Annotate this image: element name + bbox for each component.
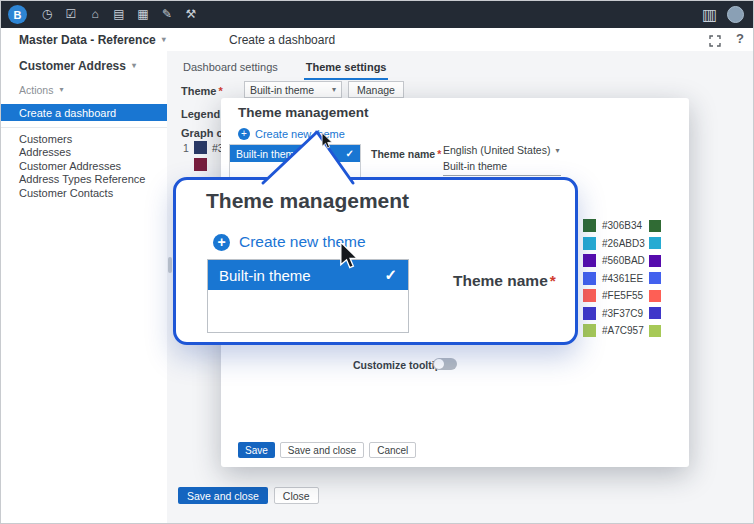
chevron-down-icon: ▾ (59, 85, 63, 94)
app-window: B ◷ ☑ ⌂ ▤ ▦ ✎ ⚒ ▥ Master Data - Referenc… (0, 0, 754, 524)
app-logo-icon[interactable]: B (8, 5, 27, 24)
required-mark: * (550, 272, 556, 289)
chevron-down-icon: ▾ (555, 146, 559, 155)
color-swatch-secondary (649, 255, 661, 267)
color-swatch-secondary (649, 272, 661, 284)
color-swatch-secondary (649, 325, 661, 337)
color-hex-value: #560BAD (602, 255, 646, 266)
color-swatch[interactable] (194, 158, 207, 171)
mouse-cursor-icon (321, 132, 333, 150)
sidebar-item-addresses[interactable]: Addresses (1, 146, 167, 160)
tab-theme-settings[interactable]: Theme settings (304, 57, 389, 80)
theme-item-label: Built-in theme (219, 267, 384, 284)
color-swatch-secondary (649, 237, 661, 249)
callout-tail (241, 119, 371, 189)
palette-row[interactable]: #560BAD (583, 254, 661, 267)
color-swatch (583, 237, 596, 250)
cancel-button[interactable]: Cancel (369, 442, 416, 458)
sidebar-section-header[interactable]: Customer Address▾ (1, 51, 167, 73)
color-hex-value: #4361EE (602, 273, 646, 284)
required-mark: * (437, 148, 441, 160)
color-swatch (583, 219, 596, 232)
language-select[interactable]: English (United States) ▾ (443, 144, 559, 156)
save-and-close-button[interactable]: Save and close (280, 442, 364, 458)
palette-row[interactable]: #FE5F55 (583, 289, 661, 302)
customize-tooltip-label: Customize tooltip (353, 359, 441, 371)
color-hex-value: #3F37C9 (602, 308, 646, 319)
tools-icon[interactable]: ⚒ (184, 1, 198, 28)
topbar-right-group: ▥ (702, 5, 744, 24)
callout-theme-name-label: Theme name* (453, 272, 556, 290)
sidebar: Customer Address▾ Actions▾ Create a dash… (1, 51, 168, 523)
theme-name-label: Theme name* (371, 148, 441, 160)
sidebar-item-customers[interactable]: Customers (1, 132, 167, 146)
sidebar-actions-label: Actions (19, 84, 53, 96)
tab-dashboard-settings[interactable]: Dashboard settings (181, 57, 280, 80)
color-swatch (583, 307, 596, 320)
legend-position-label: Legend positi (181, 108, 221, 120)
app-logo-letter: B (14, 9, 22, 21)
page-footer: Save and close Close (178, 487, 319, 504)
sidebar-actions-menu[interactable]: Actions▾ (1, 73, 167, 102)
theme-select-value: Built-in theme (250, 84, 314, 96)
header: Master Data - Reference▾ Create a dashbo… (1, 28, 753, 52)
sidebar-item-customer-contacts[interactable]: Customer Contacts (1, 186, 167, 200)
topbar-icon-group: ◷ ☑ ⌂ ▤ ▦ ✎ ⚒ (40, 1, 198, 28)
color-swatch-secondary (649, 307, 661, 319)
edit-icon[interactable]: ✎ (160, 1, 174, 28)
panels-icon[interactable]: ▥ (702, 5, 716, 24)
required-mark: * (218, 85, 222, 97)
color-hex-value: #26ABD3 (602, 238, 646, 249)
color-swatch-secondary (649, 290, 661, 302)
color-hex-value: #A7C957 (602, 325, 646, 336)
palette-list: #306B34 #26ABD3 #560BAD #4361EE #FE5F55 (583, 219, 661, 337)
sidebar-divider (1, 127, 167, 128)
color-swatch (583, 324, 596, 337)
color-hex-value: #306B34 (602, 220, 646, 231)
palette-row[interactable]: #3F37C9 (583, 307, 661, 320)
approvals-icon[interactable]: ☑ (64, 1, 78, 28)
user-avatar[interactable] (727, 6, 744, 23)
theme-name-input[interactable]: Built-in theme (443, 160, 561, 176)
close-button[interactable]: Close (274, 487, 319, 504)
zoom-callout: Theme management + Create new theme Buil… (173, 177, 578, 345)
fullscreen-icon[interactable] (709, 33, 721, 51)
color-swatch[interactable] (194, 141, 207, 154)
manage-button[interactable]: Manage (348, 81, 404, 98)
callout-theme-listbox: Built-in theme ✓ (207, 259, 409, 333)
page-title: Create a dashboard (229, 33, 335, 47)
plus-circle-icon: + (213, 234, 230, 251)
sidebar-item-create-a-dashboard[interactable]: Create a dashboard (1, 104, 167, 121)
color-hex-value: #FE5F55 (602, 290, 646, 301)
theme-select[interactable]: Built-in theme ▾ (244, 81, 342, 98)
home-icon[interactable]: ⌂ (88, 1, 102, 28)
mouse-cursor-icon (339, 241, 359, 271)
save-button[interactable]: Save (238, 442, 275, 458)
workspace-selector[interactable]: Master Data - Reference▾ (19, 33, 166, 47)
customize-tooltip-toggle[interactable] (433, 358, 457, 370)
check-icon: ✓ (384, 266, 397, 284)
topbar: B ◷ ☑ ⌂ ▤ ▦ ✎ ⚒ ▥ (1, 1, 753, 28)
documents-icon[interactable]: ▤ (112, 1, 126, 28)
callout-dialog-title: Theme management (206, 189, 409, 213)
palette-row[interactable]: #306B34 (583, 219, 661, 232)
dialog-footer: Save Save and close Cancel (238, 442, 416, 458)
sidebar-section-label: Customer Address (19, 59, 126, 73)
palette-row[interactable]: #4361EE (583, 272, 661, 285)
checklist-icon[interactable]: ▦ (136, 1, 150, 28)
palette-row[interactable]: #26ABD3 (583, 237, 661, 250)
sidebar-item-address-types-reference[interactable]: Address Types Reference (1, 173, 167, 187)
callout-theme-item-builtin[interactable]: Built-in theme ✓ (208, 260, 408, 290)
color-swatch (583, 254, 596, 267)
save-and-close-button[interactable]: Save and close (178, 487, 268, 504)
help-icon[interactable]: ? (736, 31, 744, 46)
palette-row[interactable]: #A7C957 (583, 324, 661, 337)
sidebar-item-customer-addresses[interactable]: Customer Addresses (1, 159, 167, 173)
history-icon[interactable]: ◷ (40, 1, 54, 28)
workspace-label: Master Data - Reference (19, 33, 156, 47)
theme-field-label: Theme* (181, 85, 223, 97)
color-swatch-secondary (649, 220, 661, 232)
scrollbar-thumb[interactable] (168, 257, 172, 273)
chevron-down-icon: ▾ (132, 61, 136, 70)
language-select-value: English (United States) (443, 144, 550, 156)
